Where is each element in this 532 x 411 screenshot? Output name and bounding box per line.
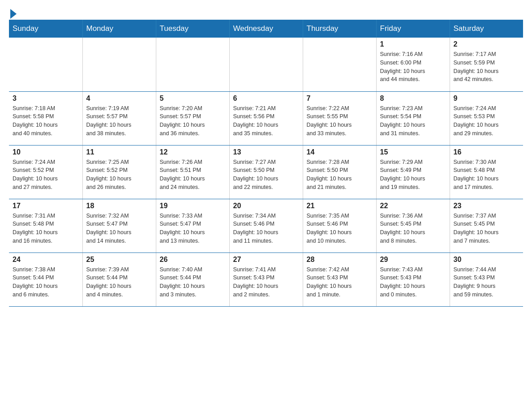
calendar-cell: 18Sunrise: 7:32 AM Sunset: 5:47 PM Dayli…: [82, 199, 156, 253]
day-number: 1: [380, 40, 446, 48]
day-number: 13: [233, 148, 299, 156]
day-number: 29: [380, 256, 446, 264]
day-number: 4: [86, 94, 152, 103]
weekday-header-sunday: Sunday: [9, 20, 82, 38]
day-info: Sunrise: 7:40 AM Sunset: 5:44 PM Dayligh…: [160, 265, 226, 299]
calendar-cell: [156, 38, 229, 91]
day-info: Sunrise: 7:19 AM Sunset: 5:57 PM Dayligh…: [86, 104, 152, 138]
day-number: 21: [307, 202, 373, 210]
calendar-cell: 6Sunrise: 7:21 AM Sunset: 5:56 PM Daylig…: [229, 91, 303, 145]
calendar-cell: [9, 38, 82, 91]
calendar-cell: 20Sunrise: 7:34 AM Sunset: 5:46 PM Dayli…: [229, 199, 303, 253]
day-info: Sunrise: 7:26 AM Sunset: 5:51 PM Dayligh…: [160, 158, 226, 192]
day-number: 22: [380, 202, 446, 210]
calendar-cell: 23Sunrise: 7:37 AM Sunset: 5:45 PM Dayli…: [450, 199, 523, 253]
day-info: Sunrise: 7:18 AM Sunset: 5:58 PM Dayligh…: [13, 104, 79, 138]
day-number: 15: [380, 148, 446, 156]
weekday-header-thursday: Thursday: [303, 20, 376, 38]
calendar-cell: 12Sunrise: 7:26 AM Sunset: 5:51 PM Dayli…: [156, 145, 229, 199]
calendar-cell: 22Sunrise: 7:36 AM Sunset: 5:45 PM Dayli…: [376, 199, 450, 253]
day-number: 5: [160, 94, 226, 103]
day-info: Sunrise: 7:27 AM Sunset: 5:50 PM Dayligh…: [233, 158, 299, 192]
weekday-header-wednesday: Wednesday: [229, 20, 303, 38]
day-info: Sunrise: 7:29 AM Sunset: 5:49 PM Dayligh…: [380, 158, 446, 192]
day-number: 10: [13, 148, 79, 156]
day-number: 26: [160, 256, 226, 264]
day-info: Sunrise: 7:20 AM Sunset: 5:57 PM Dayligh…: [160, 104, 226, 138]
calendar-cell: [82, 38, 156, 91]
calendar-cell: 27Sunrise: 7:41 AM Sunset: 5:43 PM Dayli…: [229, 253, 303, 306]
weekday-header-friday: Friday: [376, 20, 450, 38]
day-number: 14: [307, 148, 373, 156]
calendar-cell: 9Sunrise: 7:24 AM Sunset: 5:53 PM Daylig…: [450, 91, 523, 145]
day-number: 6: [233, 94, 299, 103]
day-number: 20: [233, 202, 299, 210]
calendar-cell: 10Sunrise: 7:24 AM Sunset: 5:52 PM Dayli…: [9, 145, 82, 199]
day-info: Sunrise: 7:35 AM Sunset: 5:46 PM Dayligh…: [307, 212, 373, 245]
calendar-cell: [229, 38, 303, 91]
day-info: Sunrise: 7:32 AM Sunset: 5:47 PM Dayligh…: [86, 212, 152, 245]
weekday-header-tuesday: Tuesday: [156, 20, 229, 38]
day-number: 24: [13, 256, 79, 264]
calendar-cell: 15Sunrise: 7:29 AM Sunset: 5:49 PM Dayli…: [376, 145, 450, 199]
day-number: 28: [307, 256, 373, 264]
calendar-cell: 3Sunrise: 7:18 AM Sunset: 5:58 PM Daylig…: [9, 91, 82, 145]
day-number: 17: [13, 202, 79, 210]
calendar-cell: 5Sunrise: 7:20 AM Sunset: 5:57 PM Daylig…: [156, 91, 229, 145]
day-number: 2: [454, 40, 520, 48]
day-number: 3: [13, 94, 79, 103]
day-number: 9: [454, 94, 520, 103]
calendar-cell: 1Sunrise: 7:16 AM Sunset: 6:00 PM Daylig…: [376, 38, 450, 91]
day-info: Sunrise: 7:30 AM Sunset: 5:48 PM Dayligh…: [454, 158, 520, 192]
day-info: Sunrise: 7:25 AM Sunset: 5:52 PM Dayligh…: [86, 158, 152, 192]
calendar-cell: 26Sunrise: 7:40 AM Sunset: 5:44 PM Dayli…: [156, 253, 229, 306]
page-header: [9, 9, 523, 15]
day-info: Sunrise: 7:36 AM Sunset: 5:45 PM Dayligh…: [380, 212, 446, 245]
day-number: 8: [380, 94, 446, 103]
day-info: Sunrise: 7:24 AM Sunset: 5:52 PM Dayligh…: [13, 158, 79, 192]
calendar-cell: 16Sunrise: 7:30 AM Sunset: 5:48 PM Dayli…: [450, 145, 523, 199]
day-info: Sunrise: 7:44 AM Sunset: 5:43 PM Dayligh…: [454, 265, 520, 299]
day-info: Sunrise: 7:21 AM Sunset: 5:56 PM Dayligh…: [233, 104, 299, 138]
calendar-cell: 25Sunrise: 7:39 AM Sunset: 5:44 PM Dayli…: [82, 253, 156, 306]
day-info: Sunrise: 7:42 AM Sunset: 5:43 PM Dayligh…: [307, 265, 373, 299]
day-info: Sunrise: 7:28 AM Sunset: 5:50 PM Dayligh…: [307, 158, 373, 192]
day-info: Sunrise: 7:16 AM Sunset: 6:00 PM Dayligh…: [380, 50, 446, 84]
calendar-cell: 11Sunrise: 7:25 AM Sunset: 5:52 PM Dayli…: [82, 145, 156, 199]
calendar-cell: 30Sunrise: 7:44 AM Sunset: 5:43 PM Dayli…: [450, 253, 523, 306]
day-info: Sunrise: 7:39 AM Sunset: 5:44 PM Dayligh…: [86, 265, 152, 299]
day-number: 11: [86, 148, 152, 156]
day-info: Sunrise: 7:23 AM Sunset: 5:54 PM Dayligh…: [380, 104, 446, 138]
calendar-cell: 8Sunrise: 7:23 AM Sunset: 5:54 PM Daylig…: [376, 91, 450, 145]
calendar-cell: 29Sunrise: 7:43 AM Sunset: 5:43 PM Dayli…: [376, 253, 450, 306]
calendar-cell: 24Sunrise: 7:38 AM Sunset: 5:44 PM Dayli…: [9, 253, 82, 306]
day-number: 12: [160, 148, 226, 156]
day-number: 19: [160, 202, 226, 210]
day-info: Sunrise: 7:24 AM Sunset: 5:53 PM Dayligh…: [454, 104, 520, 138]
day-info: Sunrise: 7:38 AM Sunset: 5:44 PM Dayligh…: [13, 265, 79, 299]
day-number: 7: [307, 94, 373, 103]
calendar-week-3: 10Sunrise: 7:24 AM Sunset: 5:52 PM Dayli…: [9, 145, 523, 199]
day-number: 16: [454, 148, 520, 156]
calendar-cell: 2Sunrise: 7:17 AM Sunset: 5:59 PM Daylig…: [450, 38, 523, 91]
calendar-table: SundayMondayTuesdayWednesdayThursdayFrid…: [9, 20, 523, 307]
calendar-cell: 21Sunrise: 7:35 AM Sunset: 5:46 PM Dayli…: [303, 199, 376, 253]
day-number: 23: [454, 202, 520, 210]
weekday-header-saturday: Saturday: [450, 20, 523, 38]
calendar-cell: 13Sunrise: 7:27 AM Sunset: 5:50 PM Dayli…: [229, 145, 303, 199]
day-info: Sunrise: 7:41 AM Sunset: 5:43 PM Dayligh…: [233, 265, 299, 299]
day-number: 30: [454, 256, 520, 264]
calendar-week-5: 24Sunrise: 7:38 AM Sunset: 5:44 PM Dayli…: [9, 253, 523, 306]
day-info: Sunrise: 7:33 AM Sunset: 5:47 PM Dayligh…: [160, 212, 226, 245]
day-info: Sunrise: 7:22 AM Sunset: 5:55 PM Dayligh…: [307, 104, 373, 138]
day-info: Sunrise: 7:43 AM Sunset: 5:43 PM Dayligh…: [380, 265, 446, 299]
day-number: 27: [233, 256, 299, 264]
day-info: Sunrise: 7:17 AM Sunset: 5:59 PM Dayligh…: [454, 50, 520, 84]
day-info: Sunrise: 7:31 AM Sunset: 5:48 PM Dayligh…: [13, 212, 79, 245]
calendar-cell: 7Sunrise: 7:22 AM Sunset: 5:55 PM Daylig…: [303, 91, 376, 145]
day-number: 25: [86, 256, 152, 264]
weekday-header-row: SundayMondayTuesdayWednesdayThursdayFrid…: [9, 20, 523, 38]
calendar-cell: 28Sunrise: 7:42 AM Sunset: 5:43 PM Dayli…: [303, 253, 376, 306]
day-number: 18: [86, 202, 152, 210]
calendar-cell: 19Sunrise: 7:33 AM Sunset: 5:47 PM Dayli…: [156, 199, 229, 253]
